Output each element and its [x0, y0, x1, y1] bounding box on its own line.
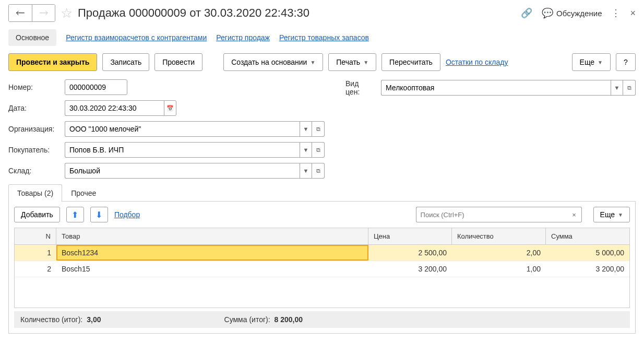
chevron-down-icon: ▼ [310, 60, 315, 65]
cell-name[interactable]: Bosch1234 [56, 245, 368, 261]
post-and-close-button[interactable]: Провести и закрыть [8, 53, 97, 71]
pick-link[interactable]: Подбор [114, 210, 140, 219]
col-qty[interactable]: Количество [452, 228, 546, 244]
number-label: Номер: [8, 83, 61, 91]
nav-reg-stock[interactable]: Регистр товарных запасов [279, 33, 369, 42]
move-down-button[interactable]: ⬇ [90, 207, 108, 222]
cell-qty: 1,00 [452, 261, 546, 277]
arrow-right-icon: 🡒 [39, 8, 49, 19]
dropdown-icon[interactable]: ▼ [300, 142, 312, 158]
open-icon[interactable]: ⧉ [312, 142, 325, 158]
close-icon: × [572, 211, 576, 219]
calendar-icon[interactable]: 📅 [164, 100, 176, 116]
link-icon[interactable]: 🔗 [521, 7, 532, 19]
cell-sum: 3 200,00 [546, 261, 629, 277]
add-row-button[interactable]: Добавить [14, 207, 60, 222]
chevron-down-icon: ▼ [363, 60, 368, 65]
warehouse-label: Склад: [8, 167, 61, 175]
total-sum-label: Сумма (итог): [224, 315, 270, 324]
create-based-button[interactable]: Создать на основании ▼ [223, 53, 323, 71]
org-field[interactable] [65, 121, 300, 137]
search-input[interactable] [416, 207, 567, 222]
col-name[interactable]: Товар [56, 228, 368, 244]
nav-main[interactable]: Основное [8, 29, 56, 46]
total-sum-value: 8 200,00 [275, 315, 303, 324]
forward-button[interactable]: 🡒 [32, 5, 55, 21]
buyer-field[interactable] [65, 142, 300, 158]
chevron-down-icon: ▼ [598, 60, 603, 65]
dropdown-icon[interactable]: ▼ [300, 121, 312, 137]
clear-search-button[interactable]: × [567, 207, 582, 222]
cell-qty: 2,00 [452, 245, 546, 261]
tab-goods[interactable]: Товары (2) [8, 184, 62, 202]
cell-n: 1 [15, 245, 56, 261]
discuss-label: Обсуждение [556, 9, 602, 18]
pricetype-field[interactable] [381, 80, 611, 96]
more-label: Еще [580, 58, 595, 66]
close-icon[interactable]: × [630, 8, 636, 19]
org-label: Организация: [8, 125, 61, 133]
open-icon[interactable]: ⧉ [623, 80, 636, 96]
chat-icon: 💬 [542, 7, 553, 19]
table-row[interactable]: 2 Bosch15 3 200,00 1,00 3 200,00 [15, 261, 629, 277]
stock-balance-link[interactable]: Остатки по складу [446, 58, 508, 66]
cell-sum: 5 000,00 [546, 245, 629, 261]
discuss-button[interactable]: 💬 Обсуждение [542, 7, 602, 19]
totals-bar: Количество (итог): 3,00 Сумма (итог): 8 … [14, 311, 630, 328]
cell-price: 2 500,00 [368, 245, 452, 261]
open-icon[interactable]: ⧉ [312, 163, 325, 179]
arrow-down-icon: ⬇ [96, 210, 102, 220]
cell-n: 2 [15, 261, 56, 277]
recalc-button[interactable]: Пересчитать [381, 53, 440, 71]
favorite-star-icon[interactable]: ☆ [61, 5, 73, 21]
warehouse-field[interactable] [65, 163, 300, 179]
arrow-left-icon: 🡐 [16, 8, 25, 19]
goods-table: N Товар Цена Количество Сумма 1 Bosch123… [14, 228, 630, 308]
post-button[interactable]: Провести [154, 53, 202, 71]
print-label: Печать [336, 58, 360, 66]
panel-more-button[interactable]: Еще ▼ [593, 207, 630, 222]
buyer-label: Покупатель: [8, 146, 61, 154]
table-row[interactable]: 1 Bosch1234 2 500,00 2,00 5 000,00 [15, 245, 629, 261]
nav-buttons: 🡐 🡒 [8, 4, 55, 22]
chevron-down-icon: ▼ [618, 212, 623, 218]
dropdown-icon[interactable]: ▼ [611, 80, 623, 96]
nav-reg-sales[interactable]: Регистр продаж [216, 33, 270, 42]
tab-other[interactable]: Прочее [62, 184, 105, 202]
col-n[interactable]: N [15, 228, 56, 244]
move-up-button[interactable]: ⬆ [66, 207, 84, 222]
dropdown-icon[interactable]: ▼ [300, 163, 312, 179]
more-menu-icon[interactable]: ⋮ [611, 7, 621, 19]
date-field[interactable] [65, 100, 164, 116]
col-sum[interactable]: Сумма [546, 228, 629, 244]
back-button[interactable]: 🡐 [9, 5, 32, 21]
cell-name[interactable]: Bosch15 [56, 261, 368, 277]
save-button[interactable]: Записать [102, 53, 149, 71]
cell-price: 3 200,00 [368, 261, 452, 277]
total-qty-label: Количество (итог): [20, 315, 82, 324]
create-based-label: Создать на основании [231, 58, 307, 66]
total-qty-value: 3,00 [87, 315, 101, 324]
more-button[interactable]: Еще ▼ [572, 53, 611, 71]
panel-more-label: Еще [600, 210, 615, 219]
col-price[interactable]: Цена [368, 228, 452, 244]
print-button[interactable]: Печать ▼ [328, 53, 376, 71]
help-button[interactable]: ? [616, 53, 636, 71]
page-title: Продажа 000000009 от 30.03.2020 22:43:30 [78, 6, 521, 20]
number-field[interactable] [65, 79, 127, 95]
arrow-up-icon: ⬆ [71, 210, 78, 220]
pricetype-label: Вид цен: [345, 79, 375, 96]
nav-reg-settlements[interactable]: Регистр взаиморасчетов с контрагентами [66, 33, 207, 42]
date-label: Дата: [8, 104, 61, 112]
open-icon[interactable]: ⧉ [312, 121, 325, 137]
